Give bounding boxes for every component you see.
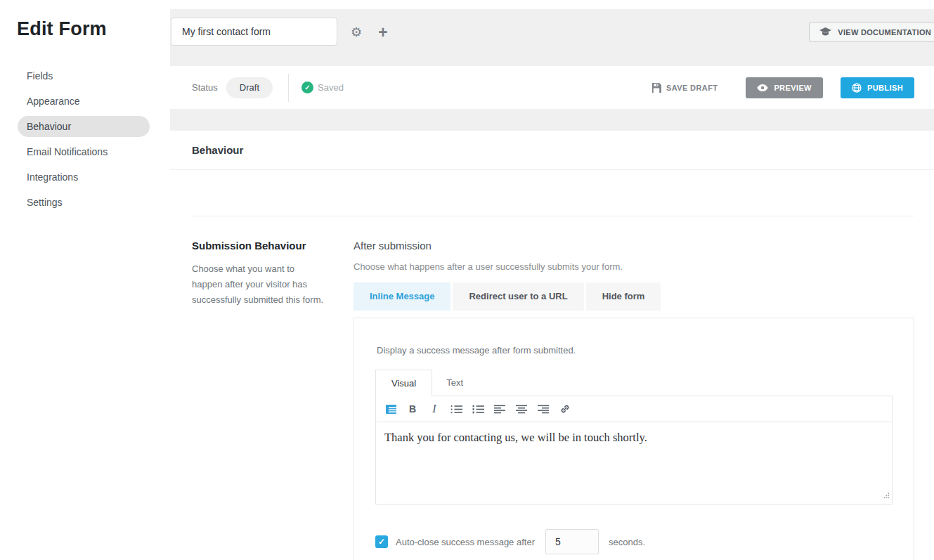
top-strip [170,0,934,9]
globe-icon [852,83,862,93]
graduation-cap-icon [819,27,831,37]
publish-button[interactable]: PUBLISH [841,77,914,98]
italic-icon[interactable]: I [426,401,443,417]
bullet-list-icon[interactable] [448,401,465,417]
after-submission-description: Choose what happens after a user success… [354,261,914,272]
main-area: ⚙ + VIEW DOCUMENTATION Status Draft ✓ Sa… [170,0,934,560]
form-settings-button[interactable]: ⚙ [347,23,365,41]
section-title: Submission Behaviour [192,240,354,252]
saved-check-icon: ✓ [301,82,313,93]
sidebar-item-appearance[interactable]: Appearance [18,91,150,112]
message-editor: Visual Text B I [375,370,893,504]
divider [288,74,289,102]
plus-icon: + [378,23,387,42]
align-right-icon[interactable] [535,401,552,417]
autoclose-seconds-input[interactable] [545,529,599,554]
inline-message-panel: Display a success message after form sub… [354,318,914,560]
bold-icon[interactable]: B [404,401,421,417]
preview-label: PREVIEW [774,84,812,92]
editor-mode-tabs: Visual Text [375,370,893,396]
sidebar-item-integrations[interactable]: Integrations [18,167,150,188]
status-label: Status [192,82,218,93]
sidebar-item-behaviour[interactable]: Behaviour [18,116,150,137]
tab-inline-message[interactable]: Inline Message [354,282,450,311]
resize-grip[interactable] [883,489,890,502]
save-draft-label: SAVE DRAFT [666,84,718,92]
section-description: Choose what you want to happen after you… [192,261,327,308]
save-icon [651,83,661,93]
editor-toolbar: B I [375,396,893,422]
form-title-input[interactable] [171,18,337,46]
save-draft-button[interactable]: SAVE DRAFT [651,83,718,93]
sidebar-item-settings[interactable]: Settings [18,192,150,213]
submission-behaviour-section: Submission Behaviour Choose what you wan… [192,240,914,560]
view-documentation-button[interactable]: VIEW DOCUMENTATION [809,22,934,42]
behaviour-panel: Behaviour Submission Behaviour Choose wh… [170,131,934,560]
link-icon[interactable] [557,401,573,417]
editor-content-area[interactable]: Thank you for contacting us, we will be … [375,422,893,504]
sidebar-nav: Fields Appearance Behaviour Email Notifi… [0,65,170,213]
publish-label: PUBLISH [867,84,903,92]
tab-redirect-url[interactable]: Redirect user to a URL [453,282,583,311]
format-icon[interactable] [382,401,399,417]
divider [192,216,914,216]
saved-label: Saved [318,82,344,93]
status-bar-actions: SAVE DRAFT PREVIEW PUBLISH [651,77,914,98]
sidebar-item-email-notifications[interactable]: Email Notifications [18,141,150,162]
page-title: Edit Form [0,0,170,40]
status-bar: Status Draft ✓ Saved SAVE DRAFT PREVIEW [170,66,934,109]
numbered-list-icon[interactable] [469,401,486,417]
editor-content-text: Thank you for contacting us, we will be … [384,431,883,445]
add-form-button[interactable]: + [374,23,392,41]
after-submission-column: After submission Choose what happens aft… [354,240,914,560]
status-badge: Draft [226,77,273,98]
gear-icon: ⚙ [351,25,362,40]
view-documentation-label: VIEW DOCUMENTATION [838,28,931,37]
tab-visual[interactable]: Visual [375,370,432,396]
panel-title: Behaviour [170,131,934,170]
autoclose-checkbox[interactable]: ✓ [375,535,388,548]
after-submission-tabs: Inline Message Redirect user to a URL Hi… [354,282,914,311]
preview-button[interactable]: PREVIEW [746,77,823,98]
sidebar-item-fields[interactable]: Fields [18,65,150,86]
autoclose-row: ✓ Auto-close success message after secon… [375,529,893,554]
tab-hide-form[interactable]: Hide form [586,282,661,311]
eye-icon [757,84,768,91]
after-submission-title: After submission [354,240,914,252]
align-center-icon[interactable] [513,401,530,417]
section-description-column: Submission Behaviour Choose what you wan… [192,240,354,560]
autoclose-suffix: seconds. [609,537,645,547]
align-left-icon[interactable] [491,401,508,417]
autoclose-label: Auto-close success message after [396,537,535,547]
sidebar: Edit Form Fields Appearance Behaviour Em… [0,0,170,560]
tab-text[interactable]: Text [432,370,477,396]
message-caption: Display a success message after form sub… [377,345,893,356]
